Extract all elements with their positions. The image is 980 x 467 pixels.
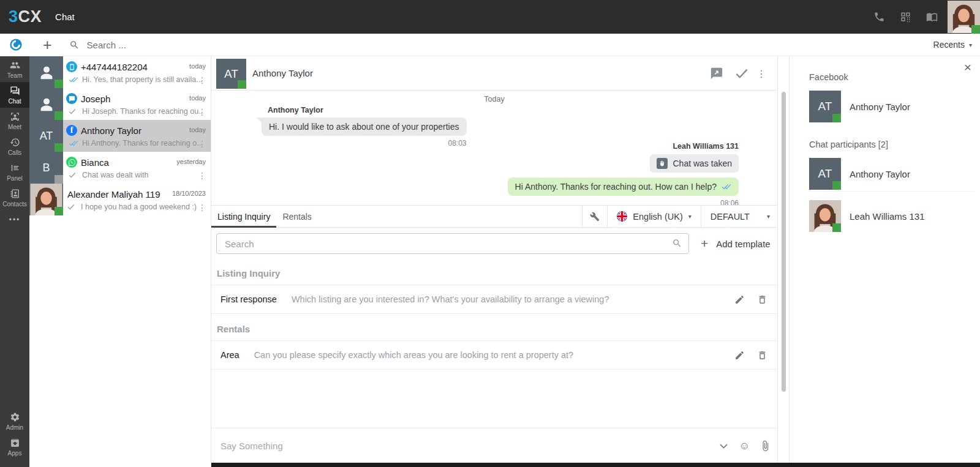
message-input[interactable]	[211, 441, 718, 451]
emoji-smiley-icon[interactable]: ☺	[739, 440, 750, 452]
attach-paperclip-icon[interactable]	[760, 440, 771, 452]
kebab-menu-icon[interactable]: ⋮	[198, 203, 206, 212]
chat-name: Anthony Taylor	[81, 125, 141, 136]
chat-name: +447444182204	[81, 62, 148, 72]
transfer-chat-icon[interactable]	[710, 67, 723, 80]
delete-trash-icon[interactable]	[757, 294, 767, 305]
conversation-title: Anthony Taylor	[252, 68, 313, 78]
avatar-initials: AT	[29, 120, 63, 152]
avatar-initials-text: AT	[818, 100, 832, 113]
message-composer: ☺	[211, 428, 777, 463]
logo-cx: CX	[18, 7, 42, 26]
away-status-badge	[55, 175, 63, 184]
avatar-initials-text: AT	[818, 167, 832, 181]
templates-panel: Listing Inquiry Rentals English (UK) ▾ D…	[211, 205, 777, 428]
chat-date: today	[189, 126, 206, 133]
whatsapp-icon	[66, 157, 77, 168]
delete-trash-icon[interactable]	[757, 350, 767, 361]
participant-name: Leah Williams 131	[850, 211, 925, 222]
sidebar-item-label: Apps	[8, 450, 22, 457]
template-search-input[interactable]	[216, 233, 689, 254]
sidebar-item-chat[interactable]: Chat	[0, 82, 29, 108]
chevron-down-icon: ▾	[969, 42, 972, 48]
chat-list-row-joseph[interactable]: Joseph today Hi Joseph. Thanks for reach…	[29, 88, 211, 120]
date-divider: Today	[211, 95, 777, 103]
template-search	[216, 233, 689, 254]
tab-listing-inquiry[interactable]: Listing Inquiry	[211, 206, 276, 227]
sidebar-item-panel[interactable]: Panel	[0, 159, 29, 185]
conversation-avatar: AT	[216, 59, 246, 89]
dialer-phone-icon[interactable]	[873, 11, 885, 23]
sidebar-item-label: Team	[7, 72, 22, 79]
nav-rail-bottom: Admin Apps	[0, 408, 29, 460]
nav-rail: Team Chat Meet Calls Panel Contacts ••• …	[0, 56, 29, 467]
sidebar-item-contacts[interactable]: Contacts	[0, 185, 29, 211]
sidebar-item-apps[interactable]: Apps	[0, 434, 29, 460]
kebab-menu-icon[interactable]: ⋮	[198, 171, 206, 181]
sidebar-item-label: Contacts	[2, 201, 26, 207]
chat-list-row-anthony-selected[interactable]: AT f Anthony Taylor today Hi Anthony. Th…	[29, 120, 211, 152]
template-row-area[interactable]: Area Can you please specify exactly whic…	[211, 340, 777, 370]
sidebar-more-button[interactable]: •••	[0, 211, 29, 229]
edit-pencil-icon[interactable]	[734, 350, 745, 361]
participant-avatar: AT	[809, 158, 841, 190]
new-chat-button[interactable]: +	[43, 39, 52, 51]
kebab-menu-icon[interactable]: ⋮	[756, 68, 766, 80]
participant-row: Leah Williams 131	[809, 200, 974, 233]
chat-list-row-alexander[interactable]: Alexander Maliyah 119 18/10/2023 I hope …	[29, 184, 211, 215]
language-dropdown[interactable]: English (UK) ▾	[608, 206, 700, 227]
panel-icon	[10, 163, 20, 173]
sent-receipt-icon	[69, 108, 78, 115]
kebab-menu-icon[interactable]: ⋮	[198, 75, 206, 85]
team-icon	[10, 60, 20, 70]
conversation-header: AT Anthony Taylor ⋮	[211, 56, 777, 91]
online-status-badge	[832, 223, 841, 232]
chat-list-row-sms[interactable]: +447444182204 today Hi. Yes, that proper…	[29, 56, 211, 88]
template-name: Area	[221, 350, 239, 360]
add-template-button[interactable]: + Add template	[701, 236, 771, 251]
avatar-photo	[29, 184, 63, 215]
system-message-bubble: Chat was taken	[650, 154, 739, 173]
chat-name: Bianca	[81, 157, 109, 168]
sidebar-item-admin[interactable]: Admin	[0, 408, 29, 434]
templates-controls: English (UK) ▾ DEFAULT ▾	[582, 206, 777, 227]
kebab-menu-icon[interactable]: ⋮	[198, 139, 206, 149]
contacts-icon	[10, 189, 20, 199]
resolve-check-icon[interactable]	[735, 67, 748, 80]
template-settings-button[interactable]	[582, 206, 608, 227]
read-receipt-icon	[722, 183, 731, 190]
chat-icon	[10, 86, 20, 96]
template-set-dropdown[interactable]: DEFAULT ▾	[701, 206, 777, 227]
templates-tab-bar: Listing Inquiry Rentals English (UK) ▾ D…	[211, 206, 777, 228]
templates-search-row: + Add template	[211, 228, 777, 258]
provisioning-book-icon[interactable]	[926, 11, 938, 23]
qr-code-icon[interactable]	[900, 11, 911, 23]
sms-icon	[66, 61, 77, 72]
system-message-text: Chat was taken	[673, 159, 733, 168]
read-receipt-icon	[69, 76, 78, 83]
contact-avatar: AT	[809, 91, 841, 122]
template-section-title: Rentals	[211, 314, 777, 340]
conversation-pane: AT Anthony Taylor ⋮ Today Anthony Taylor…	[211, 56, 778, 467]
message-bubble-inbound: Hi. I would like to ask about one of you…	[262, 118, 467, 136]
chat-preview: Hi Joseph. Thanks for reaching ou...	[82, 107, 202, 116]
search-input[interactable]	[87, 40, 344, 50]
tab-rentals[interactable]: Rentals	[276, 206, 317, 227]
current-user-avatar[interactable]	[948, 0, 980, 34]
chat-preview: Chat was dealt with	[82, 171, 148, 179]
recents-dropdown[interactable]: Recents ▾	[933, 40, 972, 50]
sidebar-item-team[interactable]: Team	[0, 56, 29, 82]
chat-list-row-bianca[interactable]: B Bianca yesterday Chat was dealt with ⋮	[29, 152, 211, 184]
collapse-chevron-icon[interactable]	[718, 440, 729, 452]
template-section-title: Listing Inquiry	[211, 258, 777, 285]
kebab-menu-icon[interactable]: ⋮	[198, 107, 206, 117]
template-row-first-response[interactable]: First response Which listing are you int…	[211, 285, 777, 314]
sidebar-item-calls[interactable]: Calls	[0, 133, 29, 159]
calls-history-icon	[10, 137, 20, 148]
avatar	[29, 56, 63, 88]
scrollbar-thumb[interactable]	[782, 92, 786, 392]
source-label: Facebook	[809, 72, 974, 82]
template-name: First response	[221, 294, 277, 304]
sidebar-item-meet[interactable]: Meet	[0, 108, 29, 133]
edit-pencil-icon[interactable]	[734, 294, 745, 305]
